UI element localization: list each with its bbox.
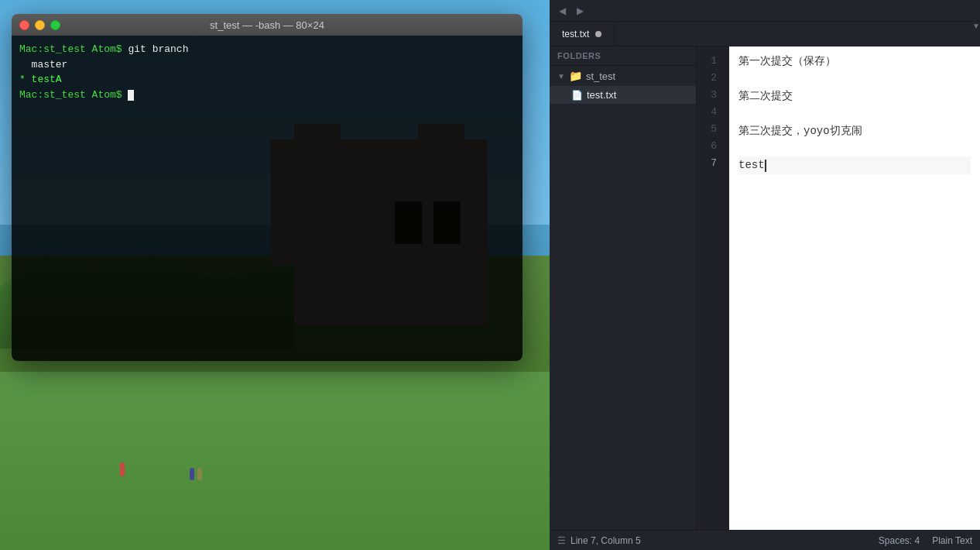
terminal-line-2: master: [19, 57, 515, 73]
terminal-close-button[interactable]: [19, 20, 29, 30]
traffic-lights: [19, 20, 60, 30]
editor-line-4: [738, 105, 971, 122]
sidebar-folder-name: st_test: [586, 70, 615, 82]
line-numbers: 1 2 3 4 5 6 7: [697, 46, 729, 530]
statusbar-position[interactable]: Line 7, Column 5: [571, 535, 641, 546]
line-num-7: 7: [711, 155, 721, 172]
atom-tab-test-txt[interactable]: test.txt: [550, 22, 615, 46]
editor-line-5: 第三次提交，yoyo切克闹: [738, 122, 971, 139]
statusbar-right: Spaces: 4 Plain Text: [879, 535, 972, 546]
nav-prev-button[interactable]: ◀: [556, 4, 569, 18]
sidebar-file-name: test.txt: [587, 89, 616, 101]
atom-toolbar-left: ◀ ▶: [556, 4, 587, 18]
line-num-1: 1: [711, 53, 721, 70]
sidebar-file-test-txt[interactable]: 📄 test.txt: [550, 86, 696, 104]
terminal-line-1: Mac:st_test Atom$ git branch: [19, 42, 515, 57]
terminal-window: st_test — -bash — 80×24 Mac:st_test Atom…: [12, 14, 523, 361]
nav-next-button[interactable]: ▶: [574, 4, 587, 18]
text-cursor: [765, 160, 766, 172]
editor-line-3: 第二次提交: [738, 88, 971, 105]
file-icon: 📄: [571, 90, 583, 101]
atom-sidebar: FOLDERS ▼ 📁 st_test 📄 test.txt: [550, 46, 697, 530]
line-num-3: 3: [711, 87, 721, 104]
terminal-title: st_test — -bash — 80×24: [210, 19, 324, 31]
line-num-6: 6: [711, 138, 721, 155]
atom-main-area: FOLDERS ▼ 📁 st_test 📄 test.txt 1 2 3 4 5: [550, 46, 980, 530]
editor-line-6: [738, 139, 971, 156]
sidebar-folder-st-test[interactable]: ▼ 📁 st_test: [550, 66, 696, 86]
tab-modified-dot: [595, 31, 601, 37]
terminal-line-4: Mac:st_test Atom$: [19, 88, 515, 103]
atom-toolbar: ◀ ▶: [550, 0, 980, 22]
editor-line-1: 第一次提交（保存）: [738, 53, 971, 70]
terminal-body[interactable]: Mac:st_test Atom$ git branch master * te…: [12, 36, 523, 361]
editor-line-7: test: [738, 156, 971, 174]
line-num-5: 5: [711, 121, 721, 138]
editor-text-area[interactable]: 第一次提交（保存） 第二次提交 第三次提交，yoyo切克闹 test: [729, 46, 980, 530]
statusbar-left: ☰ Line 7, Column 5: [557, 535, 641, 546]
statusbar-lines-icon: ☰: [557, 535, 566, 546]
atom-tab-bar: test.txt ▼: [550, 22, 980, 46]
line-num-2: 2: [711, 70, 721, 87]
line-num-4: 4: [711, 104, 721, 121]
statusbar-language[interactable]: Plain Text: [932, 535, 972, 546]
statusbar-spaces[interactable]: Spaces: 4: [879, 535, 920, 546]
atom-statusbar: ☰ Line 7, Column 5 Spaces: 4 Plain Text: [550, 530, 980, 550]
terminal-line-3: * testA: [19, 72, 515, 88]
editor-line-2: [738, 70, 971, 87]
tab-dropdown-chevron[interactable]: ▼: [963, 22, 980, 46]
tab-filename: test.txt: [562, 29, 589, 40]
sidebar-folders-header: FOLDERS: [550, 46, 696, 66]
atom-editor-area[interactable]: 1 2 3 4 5 6 7 第一次提交（保存） 第二次提交 第三次提交，yoyo…: [697, 46, 980, 530]
terminal-minimize-button[interactable]: [35, 20, 45, 30]
terminal-titlebar: st_test — -bash — 80×24: [12, 14, 523, 36]
atom-editor-panel: ◀ ▶ test.txt ▼ FOLDERS ▼ 📁 st_test 📄 tes…: [550, 0, 980, 550]
folder-chevron-icon: ▼: [557, 72, 565, 81]
terminal-maximize-button[interactable]: [50, 20, 60, 30]
folder-icon: 📁: [569, 70, 582, 82]
editor-content[interactable]: 1 2 3 4 5 6 7 第一次提交（保存） 第二次提交 第三次提交，yoyo…: [697, 46, 980, 530]
